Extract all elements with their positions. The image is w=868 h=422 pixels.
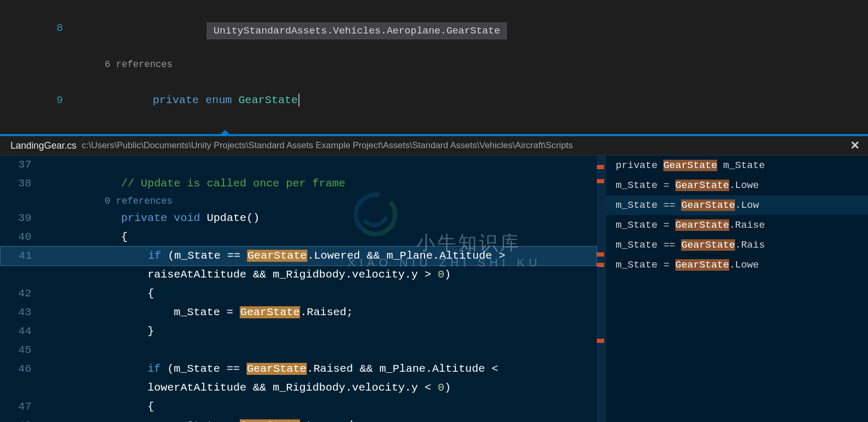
reference-item[interactable]: m_State = GearState.Lowe <box>606 255 868 275</box>
code-line[interactable]: 39 private void Update() <box>0 209 597 228</box>
code-line[interactable]: 40 { <box>0 228 597 247</box>
code-line[interactable]: 47 { <box>0 397 597 416</box>
line-number: 8 <box>26 19 73 38</box>
overview-mark[interactable] <box>597 339 604 343</box>
line-number: 47 <box>0 397 42 416</box>
overview-mark[interactable] <box>597 252 604 257</box>
reference-item[interactable]: m_State == GearState.Low <box>606 195 868 215</box>
reference-item[interactable]: m_State == GearState.Rais <box>606 235 868 255</box>
code-line[interactable]: 38 // Update is called once per frame <box>0 174 597 193</box>
line-number: 9 <box>26 91 73 110</box>
code-line[interactable]: 48 m_State = GearState.Lowered; <box>0 416 597 422</box>
codelens-references[interactable]: 0 references <box>0 193 597 209</box>
line-number: 48 <box>0 416 42 422</box>
peek-body: 3738 // Update is called once per frame0… <box>0 156 868 422</box>
code-line[interactable]: 9 private enum GearState <box>0 72 868 129</box>
code-line[interactable]: 46 if (m_State == GearState.Raised && m_… <box>0 360 597 379</box>
line-number: 41 <box>1 247 42 265</box>
peek-code-area[interactable]: 3738 // Update is called once per frame0… <box>0 156 597 422</box>
line-number: 39 <box>0 209 42 228</box>
code-line[interactable]: raiseAtAltitude && m_Rigidbody.velocity.… <box>0 265 597 284</box>
line-number: 44 <box>0 322 42 341</box>
overview-mark[interactable] <box>597 263 604 267</box>
code-line[interactable]: lowerAtAltitude && m_Rigidbody.velocity.… <box>0 379 597 397</box>
codelens-references[interactable]: 6 references <box>0 57 868 72</box>
line-number: 38 <box>0 174 42 193</box>
reference-item[interactable]: m_State = GearState.Raise <box>606 215 868 235</box>
code-line[interactable]: 44 } <box>0 322 597 341</box>
text-cursor <box>298 94 299 106</box>
line-number: 46 <box>0 360 42 379</box>
overview-mark[interactable] <box>597 165 604 169</box>
peek-panel: LandingGear.cs c:\Users\Public\Documents… <box>0 135 868 422</box>
peek-header: LandingGear.cs c:\Users\Public\Documents… <box>0 136 868 156</box>
close-icon[interactable]: ✕ <box>847 139 863 152</box>
hover-tooltip: UnityStandardAssets.Vehicles.Aeroplane.G… <box>207 23 507 39</box>
code-line[interactable]: 45 <box>0 341 597 360</box>
code-line[interactable]: 42 { <box>0 284 597 303</box>
peek-filename[interactable]: LandingGear.cs <box>10 140 76 151</box>
overview-ruler[interactable] <box>597 156 606 422</box>
reference-item[interactable]: private GearState m_State <box>606 156 868 175</box>
line-number: 45 <box>0 341 42 360</box>
line-number: 43 <box>0 303 42 322</box>
code-line[interactable]: 41 if (m_State == GearState.Lowered && m… <box>0 246 597 266</box>
reference-item[interactable]: m_State = GearState.Lowe <box>606 175 868 195</box>
line-number: 42 <box>0 284 42 303</box>
peek-pointer <box>220 130 230 135</box>
peek-references-list[interactable]: private GearState m_Statem_State = GearS… <box>606 156 868 422</box>
line-number: 40 <box>0 228 42 247</box>
code-line[interactable]: 37 <box>0 156 597 174</box>
line-number: 37 <box>0 156 42 174</box>
editor-top-pane[interactable]: 8 6 references 9 private enum GearState … <box>0 0 868 135</box>
peek-filepath: c:\Users\Public\Documents\Unity Projects… <box>82 140 842 151</box>
code-line[interactable]: 43 m_State = GearState.Raised; <box>0 303 597 322</box>
overview-mark[interactable] <box>597 179 604 183</box>
